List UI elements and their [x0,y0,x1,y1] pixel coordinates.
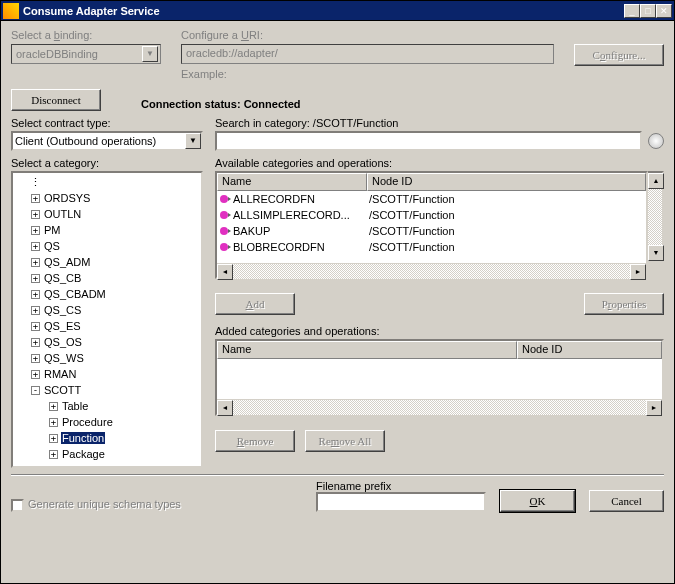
scroll-down-icon[interactable]: ▼ [648,245,664,261]
tree-item[interactable]: +Procedure [14,414,200,430]
plus-icon[interactable]: + [49,466,58,469]
plus-icon[interactable]: + [49,434,58,443]
scrollbar-horizontal[interactable]: ◄ ► [217,399,662,415]
plus-icon[interactable]: + [31,194,40,203]
search-button[interactable] [648,133,664,149]
tree-item[interactable]: +QS_CS [14,302,200,318]
scroll-left-icon[interactable]: ◄ [217,400,233,416]
configure-uri-label: Configure a URI: [181,29,554,41]
plus-icon[interactable]: + [31,370,40,379]
tree-item[interactable]: +Package [14,446,200,462]
gen-unique-checkbox[interactable]: Generate unique schema types [11,498,181,512]
chevron-down-icon: ▼ [185,133,201,149]
minus-icon[interactable]: - [31,386,40,395]
configure-button[interactable]: Configure... [574,44,664,66]
plus-icon[interactable]: + [31,354,40,363]
tree-item[interactable]: +OUTLN [14,206,200,222]
contract-value: Client (Outbound operations) [15,135,156,147]
ok-button[interactable]: OK [500,490,575,512]
filename-prefix-input[interactable] [316,492,486,512]
scrollbar-horizontal[interactable]: ◄ ► [217,263,646,279]
function-icon [217,227,231,235]
plus-icon[interactable]: + [31,242,40,251]
tree-item[interactable]: +QS_CB [14,270,200,286]
scroll-left-icon[interactable]: ◄ [217,264,233,280]
plus-icon[interactable]: + [31,290,40,299]
remove-all-button[interactable]: Remove All [305,430,385,452]
function-icon [217,195,231,203]
tree-label: OUTLN [43,208,82,220]
scrollbar-vertical[interactable]: ▲ ▼ [648,171,664,279]
added-list[interactable]: Name Node ID ◄ ► [215,339,664,416]
binding-value: oracleDBBinding [16,48,98,60]
available-list[interactable]: Name Node ID ALLRECORDFN/SCOTT/FunctionA… [215,171,648,279]
tree-label: Package [61,448,106,460]
plus-icon[interactable]: + [31,258,40,267]
tree-label: QS_CB [43,272,82,284]
example-label: Example: [181,68,554,80]
tree-label: QS_ADM [43,256,91,268]
select-category-label: Select a category: [11,157,99,169]
tree-label: PM [43,224,62,236]
window-title: Consume Adapter Service [23,5,624,17]
tree-item[interactable]: +Function [14,430,200,446]
search-input[interactable] [215,131,642,151]
list-item[interactable]: ALLRECORDFN/SCOTT/Function [217,191,646,207]
titlebar[interactable]: Consume Adapter Service _ □ ✕ [1,1,674,21]
tree-item[interactable]: +QS_ES [14,318,200,334]
plus-icon[interactable]: + [31,306,40,315]
tree-label: QS_ES [43,320,82,332]
disconnect-button[interactable]: Disconnect [11,89,101,111]
contract-combo[interactable]: Client (Outbound operations) ▼ [11,131,203,151]
list-item[interactable]: BAKUP/SCOTT/Function [217,223,646,239]
column-name[interactable]: Name [217,173,367,191]
plus-icon[interactable]: + [31,210,40,219]
tree-item[interactable]: +ORDSYS [14,190,200,206]
scroll-right-icon[interactable]: ► [646,400,662,416]
scroll-up-icon[interactable]: ▲ [648,173,664,189]
maximize-button[interactable]: □ [640,4,656,18]
remove-button[interactable]: Remove [215,430,295,452]
plus-icon[interactable]: + [31,338,40,347]
plus-icon[interactable]: + [31,274,40,283]
column-name[interactable]: Name [217,341,517,359]
tree-item[interactable]: +QS_WS [14,350,200,366]
tree-label: RMAN [43,368,77,380]
tree-item[interactable]: +QS_ADM [14,254,200,270]
plus-icon[interactable]: + [31,322,40,331]
tree-item[interactable]: +Table [14,398,200,414]
column-nodeid[interactable]: Node ID [367,173,646,191]
select-binding-label: Select a binding: [11,29,161,41]
scroll-right-icon[interactable]: ► [630,264,646,280]
tree-item[interactable]: -SCOTT [14,382,200,398]
category-tree[interactable]: ⋮+ORDSYS+OUTLN+PM+QS+QS_ADM+QS_CB+QS_CBA… [11,171,203,468]
properties-button[interactable]: Properties [584,293,664,315]
tree-item[interactable]: +PM [14,222,200,238]
tree-item[interactable]: +QS_CBADM [14,286,200,302]
cancel-button[interactable]: Cancel [589,490,664,512]
plus-icon[interactable]: + [49,450,58,459]
tree-item[interactable]: +View [14,462,200,468]
list-item[interactable]: ALLSIMPLERECORD.../SCOTT/Function [217,207,646,223]
connection-status: Connection status: Connected [141,98,301,110]
tree-label: QS [43,240,61,252]
search-category-label: Search in category: /SCOTT/Function [215,117,398,129]
tree-item[interactable]: +RMAN [14,366,200,382]
tree-label: Function [61,432,105,444]
tree-label: QS_CS [43,304,82,316]
add-button[interactable]: Add [215,293,295,315]
select-contract-label: Select contract type: [11,117,111,129]
tree-label: ORDSYS [43,192,91,204]
tree-label: SCOTT [43,384,82,396]
tree-label: QS_OS [43,336,83,348]
tree-item[interactable]: +QS_OS [14,334,200,350]
list-item[interactable]: BLOBRECORDFN/SCOTT/Function [217,239,646,255]
plus-icon[interactable]: + [31,226,40,235]
tree-item[interactable]: +QS [14,238,200,254]
column-nodeid[interactable]: Node ID [517,341,662,359]
minimize-button[interactable]: _ [624,4,640,18]
plus-icon[interactable]: + [49,402,58,411]
plus-icon[interactable]: + [49,418,58,427]
binding-combo[interactable]: oracleDBBinding ▼ [11,44,161,64]
close-button[interactable]: ✕ [656,4,672,18]
